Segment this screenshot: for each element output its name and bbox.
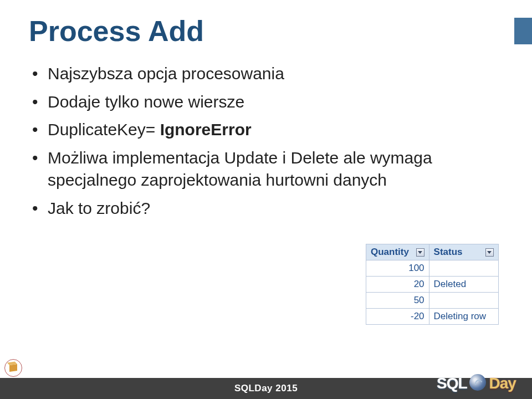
col-header-quantity[interactable]: Quantity xyxy=(366,244,429,260)
table-header-row: Quantity Status xyxy=(366,244,499,260)
logo-text-left: SQL xyxy=(437,375,467,392)
sqlday-logo: SQL Day xyxy=(437,370,525,397)
bullet-bold: IgnoreError xyxy=(160,120,252,139)
data-table: Quantity Status 100 20 Deleted 50 xyxy=(366,244,499,325)
cell-quantity: 20 xyxy=(366,277,429,293)
bullet-text: DuplicateKey= xyxy=(48,120,160,139)
footer-text: SQLDay 2015 xyxy=(234,383,298,394)
table-row: 50 xyxy=(366,293,499,309)
cell-status: Deleting row xyxy=(429,309,498,325)
cell-quantity: 100 xyxy=(366,260,429,277)
cube-icon xyxy=(9,364,17,372)
bullet-item: Dodaje tylko nowe wiersze xyxy=(32,91,503,114)
disc-icon xyxy=(469,374,486,391)
cell-quantity: 50 xyxy=(366,293,429,309)
header-label: Quantity xyxy=(371,247,409,257)
bullet-item: Najszybsza opcja procesowania xyxy=(32,63,503,85)
cell-quantity: -20 xyxy=(366,309,429,325)
cell-status xyxy=(429,293,498,309)
footer-bar: SQLDay 2015 SQL Day xyxy=(0,378,532,399)
dropdown-icon[interactable] xyxy=(485,248,494,257)
corner-badge-icon xyxy=(4,359,22,377)
bullet-item: Jak to zrobić? xyxy=(32,197,503,220)
slide-title: Process Add xyxy=(29,16,503,47)
bullet-item: Możliwa implementacja Update i Delete al… xyxy=(32,147,503,192)
cell-status xyxy=(429,260,498,277)
header-label: Status xyxy=(434,247,463,257)
table-row: -20 Deleting row xyxy=(366,309,499,325)
cell-status: Deleted xyxy=(429,277,498,293)
bullet-item: DuplicateKey= IgnoreError xyxy=(32,119,503,141)
table-row: 100 xyxy=(366,260,499,277)
dropdown-icon[interactable] xyxy=(416,248,424,257)
col-header-status[interactable]: Status xyxy=(429,244,498,260)
bullet-list: Najszybsza opcja procesowania Dodaje tyl… xyxy=(32,63,503,219)
table-row: 20 Deleted xyxy=(366,277,499,293)
logo-text-right: Day xyxy=(489,375,516,392)
slide: Process Add Najszybsza opcja procesowani… xyxy=(0,0,532,399)
